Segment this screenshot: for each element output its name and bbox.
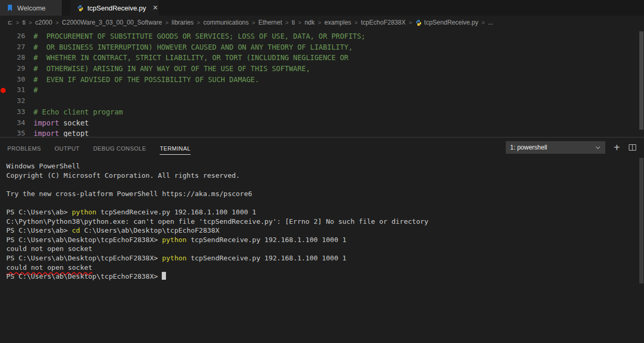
line-number: 31 [9,85,25,96]
panel-header: PROBLEMSOUTPUTDEBUG CONSOLETERMINAL 1: p… [0,138,644,157]
terminal-text: could not open socket [6,264,92,271]
breakpoint-gutter[interactable] [0,128,9,137]
code-token: # [34,86,38,94]
terminal-text: PS C:\Users\ab\Desktop\tcpEchoF2838X> [6,236,162,244]
editor-line[interactable]: 27# OR BUSINESS INTERRUPTION) HOWEVER CA… [0,42,644,53]
python-icon [77,5,84,12]
panel-actions: 1: powershell + [506,141,637,154]
editor-line[interactable]: 30# EVEN IF ADVISED OF THE POSSIBILITY O… [0,74,644,85]
breakpoint-gutter[interactable] [0,85,9,96]
code-line: # WHETHER IN CONTRACT, STRICT LIABILITY,… [25,52,348,63]
line-number: 32 [9,96,25,107]
terminal-scrollbar-thumb[interactable] [639,158,643,283]
terminal-line: PS C:\Users\ab\Desktop\tcpEchoF2838X> py… [6,235,644,245]
code-token: # Echo client program [34,108,123,116]
code-line: import getopt [25,128,89,137]
breakpoint-gutter[interactable] [0,74,9,85]
terminal-text: PS C:\Users\ab\Desktop\tcpEchoF2838X> [6,254,162,262]
terminal-output[interactable]: Windows PowerShellCopyright (C) Microsof… [0,157,644,281]
editor[interactable]: 26# PROCUREMENT OF SUBSTITUTE GOODS OR S… [0,29,644,137]
editor-line[interactable]: 31# [0,85,644,96]
line-number: 28 [9,52,25,63]
code-token: # PROCUREMENT OF SUBSTITUTE GOODS OR SER… [34,32,365,40]
code-token: # OTHERWISE) ARISING IN ANY WAY OUT OF T… [34,64,310,73]
breakpoint-icon[interactable] [1,88,6,93]
breakpoint-gutter[interactable] [0,118,9,129]
breadcrumb-label: communications [203,19,249,26]
breadcrumb-item[interactable]: ti [22,19,26,26]
breadcrumb-label: ti [23,19,26,26]
terminal-line: PS C:\Users\ab> cd C:\Users\ab\Desktop\t… [6,226,644,235]
breadcrumb-item[interactable]: ... [487,19,494,26]
breadcrumb-label: libraries [172,19,194,26]
tab-tcpsendreceive-py[interactable]: tcpSendReceive.py × [71,0,159,16]
panel-tab-output[interactable]: OUTPUT [54,140,80,155]
terminal-text: PS C:\Users\ab\Desktop\tcpEchoF2838X> [6,272,162,280]
breadcrumb-separator: > [55,19,59,26]
breadcrumb-separator: > [298,19,301,26]
breadcrumb-item[interactable]: C2000Ware_3_03_00_00_Software [61,19,162,26]
breadcrumb-item[interactable]: ndk [304,19,315,26]
panel-tab-terminal[interactable]: TERMINAL [160,140,191,155]
breadcrumb-item[interactable]: c: [7,19,13,26]
terminal-text: python [162,236,186,244]
breadcrumb-item[interactable]: tcpEchoF2838X [360,19,406,26]
code-line: # PROCUREMENT OF SUBSTITUTE GOODS OR SER… [25,31,365,42]
panel-tab-debug-console[interactable]: DEBUG CONSOLE [93,140,146,155]
breadcrumb-item[interactable]: libraries [171,19,194,26]
breadcrumb-item[interactable]: examples [324,19,351,26]
editor-line[interactable]: 26# PROCUREMENT OF SUBSTITUTE GOODS OR S… [0,31,644,42]
code-line: # OTHERWISE) ARISING IN ANY WAY OUT OF T… [25,63,310,74]
breadcrumb-separator: > [285,19,288,26]
editor-line[interactable]: 28# WHETHER IN CONTRACT, STRICT LIABILIT… [0,52,644,63]
terminal-text: Try the new cross-platform PowerShell ht… [6,190,252,198]
editor-line[interactable]: 32 [0,96,644,107]
breadcrumb-item[interactable]: communications [203,19,249,26]
terminal-line: could not open socket [6,263,644,272]
editor-line[interactable]: 35import getopt [0,128,644,137]
tab-bar: Welcome tcpSendReceive.py × [0,0,644,16]
code-token: import [34,119,59,127]
close-tab-icon[interactable]: × [153,4,158,12]
terminal-line: Windows PowerShell [6,162,644,171]
line-number: 33 [9,107,25,118]
breakpoint-gutter[interactable] [0,63,9,74]
line-number: 35 [9,128,25,137]
breadcrumb-separator: > [16,19,19,26]
tab-label: Welcome [17,4,46,12]
breadcrumb-item[interactable]: tcpSendReceive.py [415,19,479,26]
breadcrumb: c:>ti>c2000>C2000Ware_3_03_00_00_Softwar… [0,16,644,29]
split-terminal-icon[interactable] [628,143,637,152]
line-number: 27 [9,42,25,53]
terminal-shell-select[interactable]: 1: powershell [506,141,605,154]
code-line: # Echo client program [25,107,123,118]
editor-line[interactable]: 29# OTHERWISE) ARISING IN ANY WAY OUT OF… [0,63,644,74]
terminal-text: tcpSendReceive.py 192.168.1.100 1000 1 [96,208,256,216]
breakpoint-gutter[interactable] [0,42,9,53]
editor-line[interactable]: 33# Echo client program [0,107,644,118]
editor-scrollbar-thumb[interactable] [639,31,643,130]
breadcrumb-item[interactable]: ti [291,19,295,26]
breakpoint-gutter[interactable] [0,52,9,63]
line-number: 34 [9,118,25,129]
breadcrumb-item[interactable]: c2000 [35,19,53,26]
terminal-text: could not open socket [6,245,92,253]
terminal-line [6,180,644,189]
breakpoint-gutter[interactable] [0,31,9,42]
code-token: getopt [59,129,89,137]
panel-tab-problems[interactable]: PROBLEMS [7,140,41,155]
editor-line[interactable]: 34import socket [0,118,644,129]
breadcrumb-label: tcpSendReceive.py [424,19,478,26]
breadcrumb-label: Ethernet [258,19,282,26]
new-terminal-icon[interactable]: + [614,142,620,153]
line-number: 29 [9,63,25,74]
breakpoint-gutter[interactable] [0,96,9,107]
breadcrumb-separator: > [354,19,358,26]
tab-welcome[interactable]: Welcome [0,0,62,16]
python-icon [415,19,422,26]
breadcrumb-label: C2000Ware_3_03_00_00_Software [62,19,162,26]
terminal-line: PS C:\Users\ab\Desktop\tcpEchoF2838X> py… [6,254,644,263]
terminal-text: python [162,254,186,262]
breadcrumb-item[interactable]: Ethernet [258,19,282,26]
breakpoint-gutter[interactable] [0,107,9,118]
